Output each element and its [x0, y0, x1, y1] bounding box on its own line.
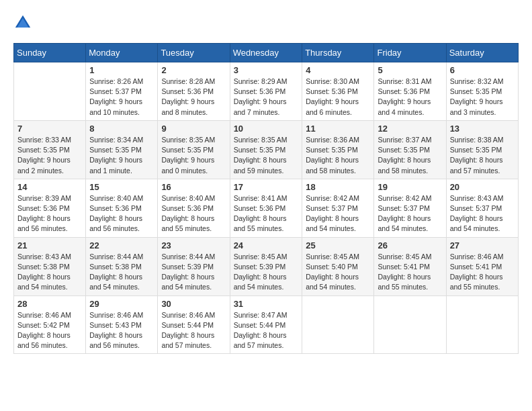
day-info: Sunrise: 8:43 AM Sunset: 5:37 PM Dayligh…: [450, 193, 515, 234]
day-info: Sunrise: 8:40 AM Sunset: 5:36 PM Dayligh…: [161, 193, 226, 234]
calendar-cell: 12Sunrise: 8:37 AM Sunset: 5:35 PM Dayli…: [374, 120, 446, 179]
week-row-1: 1Sunrise: 8:26 AM Sunset: 5:37 PM Daylig…: [14, 62, 519, 121]
day-info: Sunrise: 8:47 AM Sunset: 5:44 PM Dayligh…: [234, 310, 299, 351]
page-header: [13, 13, 519, 32]
day-number: 14: [17, 182, 82, 192]
day-number: 6: [450, 65, 515, 75]
day-number: 25: [306, 240, 370, 250]
day-number: 10: [234, 124, 299, 134]
day-number: 20: [450, 182, 515, 192]
calendar-cell: 10Sunrise: 8:35 AM Sunset: 5:35 PM Dayli…: [230, 120, 302, 179]
day-info: Sunrise: 8:37 AM Sunset: 5:35 PM Dayligh…: [378, 135, 442, 176]
calendar-cell: 15Sunrise: 8:40 AM Sunset: 5:36 PM Dayli…: [86, 179, 158, 237]
day-info: Sunrise: 8:29 AM Sunset: 5:36 PM Dayligh…: [234, 77, 299, 118]
calendar-cell: 31Sunrise: 8:47 AM Sunset: 5:44 PM Dayli…: [230, 295, 302, 354]
calendar-cell: 6Sunrise: 8:32 AM Sunset: 5:35 PM Daylig…: [446, 62, 518, 121]
day-info: Sunrise: 8:32 AM Sunset: 5:35 PM Dayligh…: [450, 77, 515, 118]
day-number: 15: [89, 182, 154, 192]
day-info: Sunrise: 8:39 AM Sunset: 5:36 PM Dayligh…: [17, 193, 82, 234]
day-info: Sunrise: 8:46 AM Sunset: 5:43 PM Dayligh…: [89, 310, 154, 351]
calendar-cell: 14Sunrise: 8:39 AM Sunset: 5:36 PM Dayli…: [14, 179, 86, 237]
day-number: 18: [306, 182, 370, 192]
weekday-header-thursday: Thursday: [302, 44, 374, 62]
day-info: Sunrise: 8:33 AM Sunset: 5:35 PM Dayligh…: [17, 135, 82, 176]
day-info: Sunrise: 8:42 AM Sunset: 5:37 PM Dayligh…: [306, 193, 370, 234]
day-number: 13: [450, 124, 515, 134]
day-info: Sunrise: 8:36 AM Sunset: 5:35 PM Dayligh…: [306, 135, 370, 176]
day-number: 24: [234, 240, 299, 250]
week-row-5: 28Sunrise: 8:46 AM Sunset: 5:42 PM Dayli…: [14, 295, 519, 354]
weekday-header-row: SundayMondayTuesdayWednesdayThursdayFrid…: [14, 44, 519, 62]
calendar-cell: [446, 295, 518, 354]
day-number: 9: [161, 124, 226, 134]
calendar-cell: 11Sunrise: 8:36 AM Sunset: 5:35 PM Dayli…: [302, 120, 374, 179]
calendar-cell: 23Sunrise: 8:44 AM Sunset: 5:39 PM Dayli…: [158, 237, 230, 295]
calendar-cell: 3Sunrise: 8:29 AM Sunset: 5:36 PM Daylig…: [230, 62, 302, 121]
calendar-cell: 7Sunrise: 8:33 AM Sunset: 5:35 PM Daylig…: [14, 120, 86, 179]
day-info: Sunrise: 8:45 AM Sunset: 5:40 PM Dayligh…: [306, 252, 370, 293]
day-info: Sunrise: 8:46 AM Sunset: 5:44 PM Dayligh…: [161, 310, 226, 351]
calendar-cell: 9Sunrise: 8:35 AM Sunset: 5:35 PM Daylig…: [158, 120, 230, 179]
day-info: Sunrise: 8:41 AM Sunset: 5:36 PM Dayligh…: [234, 193, 299, 234]
day-number: 4: [306, 65, 370, 75]
calendar-cell: [302, 295, 374, 354]
calendar-cell: 25Sunrise: 8:45 AM Sunset: 5:40 PM Dayli…: [302, 237, 374, 295]
day-number: 3: [234, 65, 299, 75]
weekday-header-wednesday: Wednesday: [230, 44, 302, 62]
day-number: 7: [17, 124, 82, 134]
day-number: 28: [17, 299, 82, 309]
day-number: 17: [234, 182, 299, 192]
weekday-header-sunday: Sunday: [14, 44, 86, 62]
day-info: Sunrise: 8:43 AM Sunset: 5:38 PM Dayligh…: [17, 252, 82, 293]
day-info: Sunrise: 8:40 AM Sunset: 5:36 PM Dayligh…: [89, 193, 154, 234]
day-info: Sunrise: 8:35 AM Sunset: 5:35 PM Dayligh…: [161, 135, 226, 176]
calendar-cell: 19Sunrise: 8:42 AM Sunset: 5:37 PM Dayli…: [374, 179, 446, 237]
week-row-4: 21Sunrise: 8:43 AM Sunset: 5:38 PM Dayli…: [14, 237, 519, 295]
day-number: 5: [378, 65, 442, 75]
calendar-cell: 17Sunrise: 8:41 AM Sunset: 5:36 PM Dayli…: [230, 179, 302, 237]
calendar-cell: 22Sunrise: 8:44 AM Sunset: 5:38 PM Dayli…: [86, 237, 158, 295]
day-number: 30: [161, 299, 226, 309]
day-info: Sunrise: 8:45 AM Sunset: 5:41 PM Dayligh…: [378, 252, 442, 293]
day-info: Sunrise: 8:42 AM Sunset: 5:37 PM Dayligh…: [378, 193, 442, 234]
calendar-cell: [374, 295, 446, 354]
day-info: Sunrise: 8:46 AM Sunset: 5:42 PM Dayligh…: [17, 310, 82, 351]
logo-icon: [13, 13, 32, 32]
day-info: Sunrise: 8:35 AM Sunset: 5:35 PM Dayligh…: [234, 135, 299, 176]
day-info: Sunrise: 8:30 AM Sunset: 5:36 PM Dayligh…: [306, 77, 370, 118]
calendar-cell: 18Sunrise: 8:42 AM Sunset: 5:37 PM Dayli…: [302, 179, 374, 237]
calendar-cell: 2Sunrise: 8:28 AM Sunset: 5:36 PM Daylig…: [158, 62, 230, 121]
calendar-cell: [14, 62, 86, 121]
calendar-cell: 4Sunrise: 8:30 AM Sunset: 5:36 PM Daylig…: [302, 62, 374, 121]
calendar-cell: 30Sunrise: 8:46 AM Sunset: 5:44 PM Dayli…: [158, 295, 230, 354]
weekday-header-monday: Monday: [86, 44, 158, 62]
day-info: Sunrise: 8:31 AM Sunset: 5:36 PM Dayligh…: [378, 77, 442, 118]
day-number: 26: [378, 240, 442, 250]
day-info: Sunrise: 8:45 AM Sunset: 5:39 PM Dayligh…: [234, 252, 299, 293]
week-row-2: 7Sunrise: 8:33 AM Sunset: 5:35 PM Daylig…: [14, 120, 519, 179]
calendar-cell: 24Sunrise: 8:45 AM Sunset: 5:39 PM Dayli…: [230, 237, 302, 295]
logo: [13, 13, 35, 32]
calendar-cell: 16Sunrise: 8:40 AM Sunset: 5:36 PM Dayli…: [158, 179, 230, 237]
day-info: Sunrise: 8:34 AM Sunset: 5:35 PM Dayligh…: [89, 135, 154, 176]
day-info: Sunrise: 8:28 AM Sunset: 5:36 PM Dayligh…: [161, 77, 226, 118]
day-number: 23: [161, 240, 226, 250]
day-number: 27: [450, 240, 515, 250]
calendar-table: SundayMondayTuesdayWednesdayThursdayFrid…: [13, 43, 519, 354]
calendar-cell: 8Sunrise: 8:34 AM Sunset: 5:35 PM Daylig…: [86, 120, 158, 179]
calendar-cell: 20Sunrise: 8:43 AM Sunset: 5:37 PM Dayli…: [446, 179, 518, 237]
calendar-cell: 1Sunrise: 8:26 AM Sunset: 5:37 PM Daylig…: [86, 62, 158, 121]
day-number: 31: [234, 299, 299, 309]
day-info: Sunrise: 8:46 AM Sunset: 5:41 PM Dayligh…: [450, 252, 515, 293]
weekday-header-tuesday: Tuesday: [158, 44, 230, 62]
calendar-cell: 21Sunrise: 8:43 AM Sunset: 5:38 PM Dayli…: [14, 237, 86, 295]
day-info: Sunrise: 8:44 AM Sunset: 5:39 PM Dayligh…: [161, 252, 226, 293]
day-number: 19: [378, 182, 442, 192]
day-number: 11: [306, 124, 370, 134]
weekday-header-friday: Friday: [374, 44, 446, 62]
day-number: 21: [17, 240, 82, 250]
day-number: 1: [89, 65, 154, 75]
day-info: Sunrise: 8:44 AM Sunset: 5:38 PM Dayligh…: [89, 252, 154, 293]
day-number: 16: [161, 182, 226, 192]
day-info: Sunrise: 8:38 AM Sunset: 5:35 PM Dayligh…: [450, 135, 515, 176]
